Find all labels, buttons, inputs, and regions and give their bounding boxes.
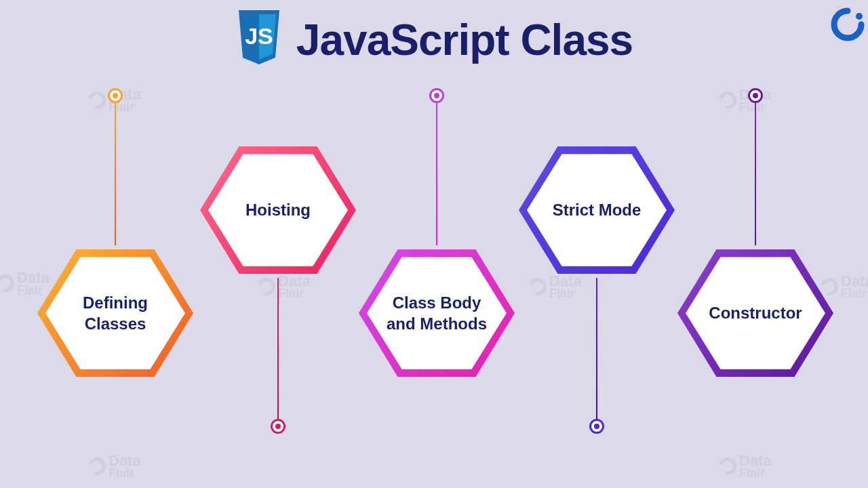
connector-dot-icon bbox=[271, 419, 285, 434]
page-title: JS JavaScript Class bbox=[0, 10, 868, 73]
connector-line bbox=[596, 278, 597, 420]
hexagon: Class Body and Methods bbox=[359, 245, 515, 381]
hexagon-label: Class Body and Methods bbox=[384, 292, 489, 334]
hexagon-label: Defining Classes bbox=[63, 292, 167, 334]
hexagon: Strict Mode bbox=[519, 142, 675, 278]
svg-text:JS: JS bbox=[245, 23, 273, 49]
hexagon: Constructor bbox=[677, 245, 833, 381]
connector-line bbox=[436, 103, 437, 245]
hexagon: Defining Classes bbox=[37, 245, 193, 381]
diagram-node-strict-mode: Strict Mode bbox=[515, 88, 678, 278]
hexagon-label: Hoisting bbox=[245, 199, 311, 220]
diagram-node-constructor: Constructor bbox=[674, 88, 837, 381]
connector-dot-icon bbox=[589, 419, 604, 434]
diagram-node-defining-classes: Defining Classes bbox=[34, 88, 197, 381]
hexagon-diagram: Defining Classes Hoisting Class Body and… bbox=[0, 88, 868, 488]
connector-dot-icon bbox=[108, 88, 123, 103]
connector-line bbox=[115, 103, 116, 245]
diagram-node-hoisting: Hoisting bbox=[197, 88, 359, 278]
hexagon-label: Constructor bbox=[709, 302, 802, 323]
hexagon: Hoisting bbox=[200, 142, 356, 278]
connector-line bbox=[755, 103, 756, 245]
connector-dot-icon bbox=[748, 88, 763, 103]
connector-line bbox=[277, 278, 279, 420]
connector-dot-icon bbox=[429, 88, 444, 103]
js-shield-icon: JS bbox=[235, 10, 283, 70]
hexagon-label: Strict Mode bbox=[553, 199, 642, 220]
title-text: JavaScript Class bbox=[296, 15, 633, 65]
diagram-node-class-body-methods: Class Body and Methods bbox=[355, 88, 518, 381]
